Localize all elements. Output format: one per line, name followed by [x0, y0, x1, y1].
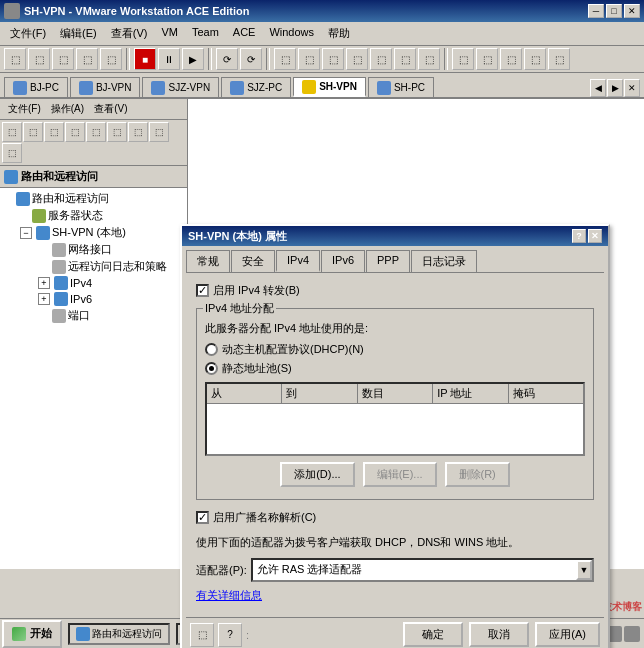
menu-help[interactable]: 帮助	[322, 24, 356, 43]
dialog-tab-ppp[interactable]: PPP	[366, 250, 410, 272]
dialog-tab-log[interactable]: 日志记录	[411, 250, 477, 272]
toolbar-btn-10[interactable]: ⬚	[322, 48, 344, 70]
left-btn-4[interactable]: ⬚	[65, 122, 85, 142]
toolbar-btn-17[interactable]: ⬚	[500, 48, 522, 70]
tab-prev-btn[interactable]: ◀	[590, 79, 606, 97]
minimize-button[interactable]: ─	[588, 4, 604, 18]
menu-windows[interactable]: Windows	[263, 24, 320, 43]
left-menu-file[interactable]: 文件(F)	[4, 101, 45, 117]
tree-header: 路由和远程访问	[0, 166, 187, 188]
toolbar-pause-btn[interactable]: ⏸	[158, 48, 180, 70]
tree-item-remote-log[interactable]: 远程访问日志和策略	[2, 258, 185, 275]
left-btn-6[interactable]: ⬚	[107, 122, 127, 142]
sjz-vpn-icon	[151, 81, 165, 95]
menu-file[interactable]: 文件(F)	[4, 24, 52, 43]
enable-ipv4-row: ✓ 启用 IPv4 转发(B)	[196, 283, 594, 298]
delete-button[interactable]: 删除(R)	[445, 462, 510, 487]
dialog-close-btn[interactable]: ✕	[588, 229, 602, 243]
add-button[interactable]: 添加(D)...	[280, 462, 354, 487]
tab-sh-vpn[interactable]: SH-VPN	[293, 77, 366, 97]
tree-item-sh-vpn[interactable]: − SH-VPN (本地)	[2, 224, 185, 241]
tab-close-btn[interactable]: ✕	[624, 79, 640, 97]
tab-bj-pc[interactable]: BJ-PC	[4, 77, 68, 97]
toolbar-btn-18[interactable]: ⬚	[524, 48, 546, 70]
router-icon	[16, 192, 30, 206]
ipv4-allocation-group: IPv4 地址分配 此服务器分配 IPv4 地址使用的是: 动态主机配置协议(D…	[196, 308, 594, 500]
tab-sh-pc[interactable]: SH-PC	[368, 77, 434, 97]
adapter-dropdown-btn[interactable]: ▼	[576, 560, 592, 580]
ok-button[interactable]: 确定	[403, 622, 463, 647]
details-link[interactable]: 有关详细信息	[196, 589, 262, 601]
dialog-tab-general[interactable]: 常规	[186, 250, 230, 272]
left-menu-view[interactable]: 查看(V)	[90, 101, 131, 117]
tab-sjz-vpn[interactable]: SJZ-VPN	[142, 77, 219, 97]
toolbar-stop-btn[interactable]: ■	[134, 48, 156, 70]
left-btn-5[interactable]: ⬚	[86, 122, 106, 142]
enable-broadcast-checkbox[interactable]: ✓	[196, 511, 209, 524]
radio-static[interactable]	[205, 362, 218, 375]
toolbar-btn-7[interactable]: ⟳	[240, 48, 262, 70]
left-menu-bar: 文件(F) 操作(A) 查看(V)	[0, 99, 187, 120]
maximize-button[interactable]: □	[606, 4, 622, 18]
toolbar-btn-9[interactable]: ⬚	[298, 48, 320, 70]
tree-item-root[interactable]: 路由和远程访问	[2, 190, 185, 207]
status-item-routing[interactable]: 路由和远程访问	[68, 623, 170, 645]
tree-item-ipv6[interactable]: + IPv6	[2, 291, 185, 307]
expand-sh-vpn[interactable]: −	[20, 227, 32, 239]
left-btn-8[interactable]: ⬚	[149, 122, 169, 142]
expand-ipv4[interactable]: +	[38, 277, 50, 289]
dialog-help-btn[interactable]: ?	[572, 229, 586, 243]
left-menu-action[interactable]: 操作(A)	[47, 101, 88, 117]
edit-button[interactable]: 编辑(E)...	[363, 462, 437, 487]
menu-edit[interactable]: 编辑(E)	[54, 24, 103, 43]
tree-item-port[interactable]: 端口	[2, 307, 185, 324]
tree-item-ipv4[interactable]: + IPv4	[2, 275, 185, 291]
dialog-help-footer-btn[interactable]: ?	[218, 623, 242, 647]
expand-ipv6[interactable]: +	[38, 293, 50, 305]
dialog-tab-ipv6[interactable]: IPv6	[321, 250, 365, 272]
toolbar-btn-3[interactable]: ⬚	[52, 48, 74, 70]
left-btn-1[interactable]: ⬚	[2, 122, 22, 142]
left-btn-3[interactable]: ⬚	[44, 122, 64, 142]
radio-dhcp[interactable]	[205, 343, 218, 356]
toolbar-btn-8[interactable]: ⬚	[274, 48, 296, 70]
tab-bj-vpn[interactable]: BJ-VPN	[70, 77, 141, 97]
tree-item-network[interactable]: 网络接口	[2, 241, 185, 258]
apply-button[interactable]: 应用(A)	[535, 622, 600, 647]
close-button[interactable]: ✕	[624, 4, 640, 18]
dialog-toolbar-btn[interactable]: ⬚	[190, 623, 214, 647]
toolbar-btn-13[interactable]: ⬚	[394, 48, 416, 70]
dialog-tab-security[interactable]: 安全	[231, 250, 275, 272]
properties-dialog: SH-VPN (本地) 属性 ? ✕ 常规 安全 IPv4 IPv6 PPP 日…	[180, 224, 610, 648]
toolbar-btn-16[interactable]: ⬚	[476, 48, 498, 70]
col-mask: 掩码	[509, 384, 583, 403]
menu-team[interactable]: Team	[186, 24, 225, 43]
toolbar-btn-15[interactable]: ⬚	[452, 48, 474, 70]
menu-vm[interactable]: VM	[155, 24, 184, 43]
menu-view[interactable]: 查看(V)	[105, 24, 154, 43]
toolbar-play-btn[interactable]: ▶	[182, 48, 204, 70]
toolbar-btn-19[interactable]: ⬚	[548, 48, 570, 70]
toolbar-btn-5[interactable]: ⬚	[100, 48, 122, 70]
toolbar-btn-1[interactable]: ⬚	[4, 48, 26, 70]
left-btn-7[interactable]: ⬚	[128, 122, 148, 142]
cancel-button[interactable]: 取消	[469, 622, 529, 647]
toolbar-btn-2[interactable]: ⬚	[28, 48, 50, 70]
toolbar-btn-4[interactable]: ⬚	[76, 48, 98, 70]
toolbar-btn-6[interactable]: ⟳	[216, 48, 238, 70]
bj-pc-icon	[13, 81, 27, 95]
tab-sjz-pc[interactable]: SJZ-PC	[221, 77, 291, 97]
left-btn-9[interactable]: ⬚	[2, 143, 22, 163]
toolbar-btn-12[interactable]: ⬚	[370, 48, 392, 70]
start-button[interactable]: 开始	[2, 620, 62, 648]
col-to: 到	[282, 384, 357, 403]
enable-ipv4-checkbox[interactable]: ✓	[196, 284, 209, 297]
ipv6-icon	[54, 292, 68, 306]
toolbar-btn-11[interactable]: ⬚	[346, 48, 368, 70]
menu-ace[interactable]: ACE	[227, 24, 262, 43]
dialog-tab-ipv4[interactable]: IPv4	[276, 250, 320, 272]
toolbar-btn-14[interactable]: ⬚	[418, 48, 440, 70]
tree-item-server-status[interactable]: 服务器状态	[2, 207, 185, 224]
left-btn-2[interactable]: ⬚	[23, 122, 43, 142]
tab-next-btn[interactable]: ▶	[607, 79, 623, 97]
